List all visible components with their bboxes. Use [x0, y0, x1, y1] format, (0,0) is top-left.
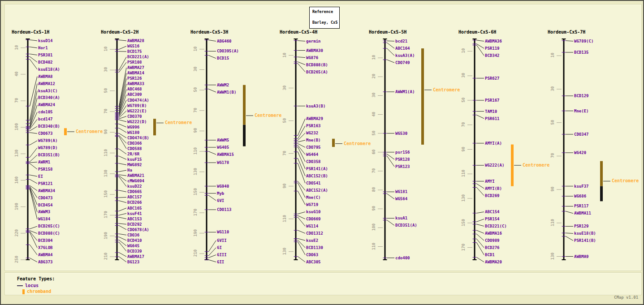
- marker-label[interactable]: WG789(B): [127, 103, 147, 108]
- marker-label[interactable]: EI: [38, 174, 43, 179]
- marker-label[interactable]: PSR158: [38, 167, 53, 172]
- marker-label[interactable]: CDO63: [306, 253, 318, 257]
- marker-label[interactable]: WG184: [38, 217, 50, 221]
- centromere-band[interactable]: [153, 119, 156, 135]
- marker-label[interactable]: WG940: [217, 184, 229, 189]
- marker-label[interactable]: germin: [306, 39, 321, 43]
- centromere-band[interactable]: [511, 145, 514, 186]
- marker-label[interactable]: BCD1130: [306, 245, 323, 250]
- marker-label[interactable]: cMWG694: [127, 179, 144, 183]
- marker-label[interactable]: CDO113: [217, 207, 232, 212]
- marker-label[interactable]: AWBMA27: [127, 65, 144, 70]
- marker-label[interactable]: BCD808(B): [306, 63, 328, 67]
- marker-label[interactable]: BCD269: [485, 193, 500, 198]
- marker-label[interactable]: ABC468: [127, 87, 142, 91]
- marker-label[interactable]: ksuE18(A): [38, 67, 60, 72]
- marker-label[interactable]: AWBMA12: [38, 82, 55, 86]
- marker-label[interactable]: bcd147: [38, 117, 53, 121]
- marker-label[interactable]: BCD402: [38, 60, 53, 64]
- marker-label[interactable]: AWBMA24: [38, 103, 55, 107]
- marker-label[interactable]: AWWM3: [38, 210, 50, 214]
- marker-label[interactable]: AWBMA9: [574, 254, 589, 259]
- marker-label[interactable]: WG181: [395, 189, 407, 194]
- marker-label[interactable]: BCD454: [38, 203, 53, 207]
- marker-label[interactable]: ksuA3(C): [38, 89, 57, 93]
- marker-label[interactable]: BCD340(A): [38, 95, 60, 100]
- marker-label[interactable]: BCD351(B): [38, 153, 60, 157]
- marker-label[interactable]: ABC154: [485, 210, 500, 214]
- marker-label[interactable]: ABG460: [217, 39, 232, 43]
- marker-label[interactable]: bcd21: [395, 39, 407, 43]
- marker-label[interactable]: ksuF15: [127, 157, 142, 162]
- marker-label[interactable]: BCD292: [127, 222, 142, 227]
- marker-label[interactable]: MWG892: [127, 163, 142, 167]
- marker-label[interactable]: PSR154: [485, 217, 500, 221]
- marker-label[interactable]: PSR108: [127, 60, 142, 64]
- marker-label[interactable]: WG180: [127, 130, 139, 135]
- marker-label[interactable]: CDO669: [306, 217, 321, 221]
- marker-label[interactable]: WG464: [306, 152, 318, 157]
- marker-label[interactable]: CDO474(A): [127, 98, 149, 103]
- marker-label[interactable]: AMYI(A): [485, 141, 502, 146]
- marker-label[interactable]: ABC157: [127, 195, 142, 199]
- marker-label[interactable]: psr156: [395, 150, 410, 155]
- marker-label[interactable]: AWWM5: [217, 138, 229, 142]
- marker-label[interactable]: PSR123: [395, 164, 410, 169]
- centromere-band[interactable]: [332, 139, 335, 147]
- marker-label[interactable]: PSR381: [38, 53, 53, 57]
- marker-label[interactable]: AWBMA20: [485, 260, 502, 264]
- marker-label[interactable]: CDO474(B): [127, 136, 149, 140]
- marker-label[interactable]: WG789(A): [38, 138, 57, 143]
- marker-label[interactable]: BCD276: [485, 245, 500, 250]
- marker-label[interactable]: WG516: [127, 44, 139, 48]
- marker-label[interactable]: Mne(E): [574, 109, 589, 113]
- marker-label[interactable]: PSR126: [127, 76, 142, 81]
- marker-label[interactable]: CDO366: [127, 141, 142, 146]
- marker-label[interactable]: BCD339: [127, 249, 142, 253]
- marker-label[interactable]: Mne(B): [306, 138, 321, 142]
- centromere-band[interactable]: [600, 161, 603, 186]
- marker-label[interactable]: AWBMA33: [127, 82, 144, 86]
- marker-label[interactable]: CDO588: [127, 146, 142, 151]
- marker-label[interactable]: ABC309: [127, 92, 142, 97]
- marker-label[interactable]: AWBMA15: [217, 152, 234, 157]
- marker-label[interactable]: ksuF37: [574, 184, 589, 189]
- marker-label[interactable]: BCD342: [485, 53, 500, 58]
- marker-label[interactable]: AWBMA34: [38, 189, 55, 193]
- marker-label[interactable]: WG222(D): [127, 120, 147, 124]
- marker-label[interactable]: WG222(E): [127, 109, 147, 113]
- marker-label[interactable]: WG114: [306, 224, 318, 228]
- marker-label[interactable]: AWBMA11: [574, 211, 591, 215]
- marker-label[interactable]: PSR627: [485, 76, 500, 81]
- marker-label[interactable]: CDO673: [38, 131, 53, 136]
- marker-label[interactable]: BCD351(A): [395, 223, 417, 228]
- marker-label[interactable]: BCD1: [485, 253, 495, 257]
- marker-label[interactable]: AWBMA29: [306, 116, 323, 121]
- marker-label[interactable]: CDO347: [574, 132, 589, 137]
- marker-label[interactable]: BCD129: [574, 94, 589, 98]
- marker-label[interactable]: CDO1312: [306, 231, 323, 236]
- marker-label[interactable]: CDO541: [306, 181, 321, 185]
- marker-label[interactable]: ksuA1: [395, 216, 407, 220]
- marker-label[interactable]: WG686: [574, 194, 586, 198]
- marker-label[interactable]: TAM10: [485, 109, 497, 114]
- marker-label[interactable]: Mne(C): [306, 195, 321, 200]
- marker-label[interactable]: X7GLOB: [38, 245, 53, 250]
- marker-label[interactable]: ksuA3(B): [306, 104, 325, 108]
- marker-label[interactable]: CDO989: [485, 238, 500, 243]
- marker-label[interactable]: ksuE2: [306, 238, 318, 243]
- centromere-band[interactable]: [600, 186, 603, 202]
- marker-label[interactable]: AWWM2: [217, 83, 229, 87]
- marker-label[interactable]: BG123: [127, 260, 139, 264]
- marker-label[interactable]: ksuA3(A): [395, 53, 415, 58]
- marker-label[interactable]: CDO358: [306, 159, 321, 164]
- marker-label[interactable]: WG178: [217, 160, 229, 165]
- marker-label[interactable]: AWRM1: [38, 160, 50, 164]
- marker-label[interactable]: AMYI: [485, 179, 495, 184]
- centromere-band[interactable]: [243, 85, 246, 125]
- marker-label[interactable]: PSR141(A): [306, 167, 328, 171]
- marker-label[interactable]: WG719: [306, 202, 318, 207]
- marker-label[interactable]: WG996: [127, 125, 139, 129]
- marker-label[interactable]: ksuD14: [38, 39, 53, 43]
- centromere-band[interactable]: [64, 128, 67, 135]
